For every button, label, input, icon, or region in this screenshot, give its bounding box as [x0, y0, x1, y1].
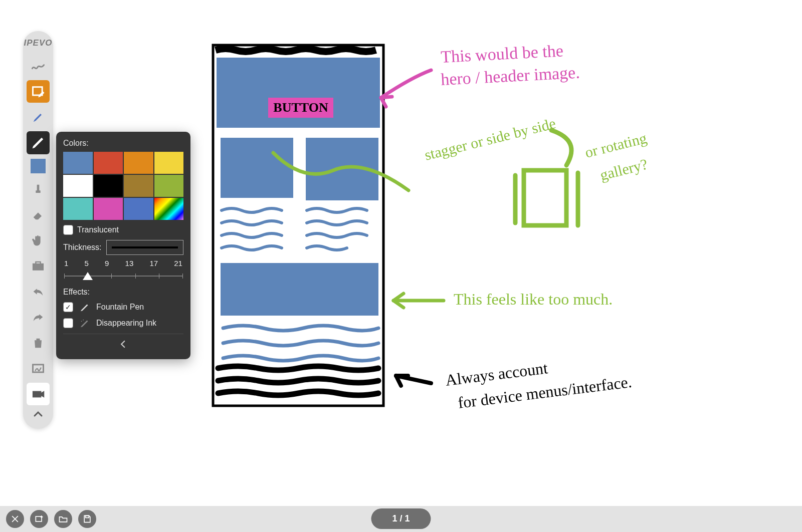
new-board-icon — [34, 514, 44, 524]
eraser-tool[interactable] — [27, 203, 50, 226]
sketch-svg: BUTTON — [180, 35, 782, 496]
trash-button[interactable] — [27, 332, 50, 354]
thickness-preview — [106, 240, 183, 255]
color-teal[interactable] — [63, 198, 93, 220]
svg-rect-13 — [524, 170, 566, 225]
hand-icon — [31, 233, 45, 247]
disappearing-ink-label: Disappearing Ink — [96, 319, 156, 328]
close-button[interactable] — [6, 510, 24, 528]
save-icon — [82, 514, 92, 524]
svg-point-5 — [81, 321, 82, 322]
effects-heading: Effects: — [63, 288, 183, 297]
annotation-gallery-1: or rotating — [583, 129, 648, 160]
undo-icon — [31, 285, 45, 299]
undo-button[interactable] — [27, 281, 50, 303]
camera-tool[interactable] — [27, 383, 50, 405]
color-pink[interactable] — [94, 198, 123, 220]
color-picker[interactable] — [154, 198, 184, 220]
annotation-hero-2: hero / header image. — [440, 63, 580, 89]
color-palette — [63, 152, 183, 220]
marker-icon — [31, 110, 45, 124]
open-button[interactable] — [54, 510, 72, 528]
annotation-gallery-2: gallery? — [598, 155, 649, 183]
color-orange[interactable] — [124, 152, 153, 174]
highlighter-tool[interactable] — [27, 106, 50, 128]
chevron-left-icon — [119, 340, 128, 349]
color-red[interactable] — [94, 152, 123, 174]
page-indicator[interactable]: 1 / 1 — [371, 508, 431, 529]
annotation-stagger: stagger or side by side — [423, 115, 557, 163]
color-blue[interactable] — [63, 152, 93, 174]
stamp-tool[interactable] — [27, 178, 50, 200]
fountain-pen-label: Fountain Pen — [96, 303, 144, 312]
svg-rect-2 — [36, 262, 40, 264]
eraser-icon — [31, 208, 45, 222]
camera-icon — [31, 387, 45, 401]
disappearing-ink-icon — [79, 318, 90, 329]
svg-point-6 — [83, 320, 84, 321]
thickness-thumb[interactable] — [83, 272, 93, 280]
svg-rect-4 — [33, 391, 41, 397]
redo-button[interactable] — [27, 306, 50, 329]
pen-settings-panel: Colors: Translucent Thickness: 1 5 9 13 … — [56, 132, 190, 359]
wireframe-button: BUTTON — [273, 100, 328, 115]
thickness-slider[interactable] — [64, 270, 182, 283]
toolbox-icon — [31, 259, 45, 273]
shape-tool[interactable] — [27, 80, 50, 103]
chevron-up-icon — [32, 408, 44, 420]
stamp-icon — [31, 182, 45, 196]
current-color-swatch[interactable] — [31, 159, 46, 173]
save-button[interactable] — [78, 510, 96, 528]
svg-rect-10 — [221, 138, 293, 198]
translucent-row[interactable]: Translucent — [63, 225, 183, 235]
effect-fountain-pen[interactable]: ✓ Fountain Pen — [63, 302, 183, 313]
collapse-toolbar-button[interactable] — [27, 407, 50, 422]
board-tool[interactable] — [27, 357, 50, 380]
pen-icon — [31, 136, 45, 150]
color-white[interactable] — [63, 175, 93, 197]
color-black[interactable] — [94, 175, 123, 197]
trash-icon — [31, 336, 45, 350]
main-toolbar: IPEVO — [23, 31, 53, 429]
pen-tool[interactable] — [27, 131, 50, 154]
effect-disappearing-ink[interactable]: Disappearing Ink — [63, 318, 183, 329]
disappearing-ink-checkbox[interactable] — [63, 318, 73, 328]
rectangle-pen-icon — [31, 85, 45, 99]
board-icon — [31, 362, 45, 376]
toolbox-tool[interactable] — [27, 255, 50, 278]
colors-heading: Colors: — [63, 139, 183, 148]
fountain-pen-checkbox[interactable]: ✓ — [63, 302, 73, 312]
translucent-label: Translucent — [77, 225, 119, 234]
close-icon — [10, 514, 20, 524]
color-yellow[interactable] — [154, 152, 184, 174]
color-brown[interactable] — [124, 175, 153, 197]
redo-icon — [31, 310, 45, 324]
translucent-checkbox[interactable] — [63, 225, 73, 235]
fountain-pen-icon — [79, 302, 90, 313]
color-green[interactable] — [154, 175, 184, 197]
thickness-tick-labels: 1 5 9 13 17 21 — [64, 259, 182, 268]
color-indigo[interactable] — [124, 198, 153, 220]
panel-back-button[interactable] — [63, 334, 183, 354]
annotation-too-much: This feels like too much. — [454, 290, 613, 308]
svg-rect-3 — [33, 365, 44, 372]
whiteboard-canvas[interactable]: BUTTON — [180, 35, 782, 497]
hand-tool[interactable] — [27, 229, 50, 251]
svg-rect-17 — [86, 515, 89, 517]
freehand-tool[interactable] — [27, 55, 50, 77]
bottom-bar: 1 / 1 — [0, 506, 802, 532]
scribble-icon — [31, 59, 45, 73]
brand-label: IPEVO — [24, 38, 53, 48]
thickness-label: Thickness: — [63, 243, 101, 252]
new-board-button[interactable] — [30, 510, 48, 528]
svg-rect-12 — [221, 263, 378, 316]
folder-icon — [58, 514, 68, 524]
annotation-hero-1: This would be the — [440, 41, 563, 66]
